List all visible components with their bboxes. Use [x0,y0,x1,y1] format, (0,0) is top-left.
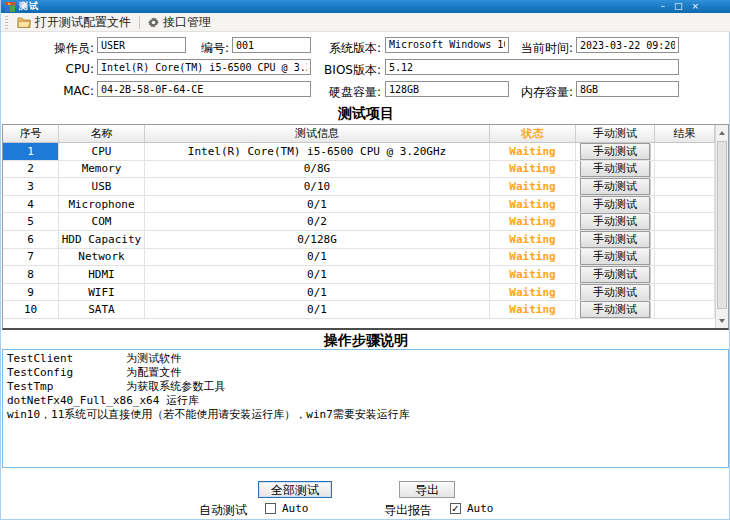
mac-label: MAC: [41,84,94,98]
cell-no: 9 [3,284,59,302]
toolbar: 打开测试配置文件 接口管理 [1,13,730,32]
ram-label: 内存容量: [513,84,573,101]
bios-input[interactable] [385,59,679,75]
table-row[interactable]: 6HDD Capacity0/128GWaiting手动测试 [3,231,728,249]
cell-info: 0/2 [145,213,490,231]
table-header: 序号 名称 测试信息 状态 手动测试 结果 [3,125,728,143]
cell-no: 2 [3,161,59,179]
manual-test-button[interactable]: 手动测试 [580,213,650,230]
minimize-button[interactable]: – [660,1,665,12]
cell-name: HDMI [59,266,145,284]
manual-test-button[interactable]: 手动测试 [580,284,650,301]
cell-manual: 手动测试 [576,196,655,214]
manual-test-button[interactable]: 手动测试 [580,249,650,266]
col-header-no[interactable]: 序号 [3,125,59,142]
cell-manual: 手动测试 [576,284,655,302]
cell-manual: 手动测试 [576,301,655,319]
manual-test-button[interactable]: 手动测试 [580,161,650,178]
cell-info: 0/8G [145,161,490,179]
open-folder-icon [17,17,31,28]
auto-test-label: 自动测试 [199,502,247,519]
cell-result [655,249,715,267]
time-input[interactable] [576,37,679,53]
titlebar: 测试 – □ × [1,0,730,13]
cell-info: 0/1 [145,301,490,319]
cell-name: HDD Capacity [59,231,145,249]
cell-result [655,284,715,302]
scroll-up-icon[interactable] [716,125,728,140]
cell-name: COM [59,213,145,231]
operator-label: 操作员: [41,40,94,57]
table-row[interactable]: 2Memory0/8GWaiting手动测试 [3,161,728,179]
table-row[interactable]: 8HDMI0/1Waiting手动测试 [3,266,728,284]
number-input[interactable] [232,37,311,53]
manual-test-button[interactable]: 手动测试 [580,178,650,195]
table-vertical-scrollbar[interactable] [715,125,728,328]
scroll-down-icon[interactable] [716,313,728,328]
cell-result [655,301,715,319]
cell-result [655,213,715,231]
cell-result [655,161,715,179]
manual-test-button[interactable]: 手动测试 [580,266,650,283]
table-row[interactable]: 3USB0/10Waiting手动测试 [3,178,728,196]
table-row[interactable]: 1CPUIntel(R) Core(TM) i5-6500 CPU @ 3.20… [3,143,728,161]
open-config-button[interactable]: 打开测试配置文件 [12,13,136,32]
col-header-status[interactable]: 状态 [490,125,576,142]
time-label: 当前时间: [513,40,573,57]
cpu-label: CPU: [41,62,94,76]
manual-test-button[interactable]: 手动测试 [580,196,650,213]
operator-input[interactable] [97,37,186,53]
table-row[interactable]: 5COM0/2Waiting手动测试 [3,213,728,231]
interface-mgmt-button[interactable]: 接口管理 [143,13,216,32]
col-header-name[interactable]: 名称 [59,125,145,142]
cell-info: 0/1 [145,196,490,214]
col-header-info[interactable]: 测试信息 [145,125,490,142]
cell-no: 1 [3,143,59,161]
col-header-result[interactable]: 结果 [655,125,715,142]
cell-result [655,196,715,214]
hdd-input[interactable] [385,81,509,97]
mac-input[interactable] [97,81,311,97]
cell-manual: 手动测试 [576,266,655,284]
cell-manual: 手动测试 [576,231,655,249]
cell-result [655,266,715,284]
steps-text[interactable]: TestClient 为测试软件 TestConfig 为配置文件 TestTm… [3,350,728,424]
table-row[interactable]: 9WIFI0/1Waiting手动测试 [3,284,728,302]
manual-test-button[interactable]: 手动测试 [580,301,650,318]
maximize-button[interactable]: □ [674,1,683,12]
cell-status: Waiting [490,178,576,196]
scrollbar-thumb[interactable] [717,141,727,309]
manual-test-button[interactable]: 手动测试 [580,143,650,160]
table-row[interactable]: 10SATA0/1Waiting手动测试 [3,301,728,319]
cell-no: 5 [3,213,59,231]
manual-test-button[interactable]: 手动测试 [580,231,650,248]
export-button[interactable]: 导出 [399,481,455,498]
toolbar-separator [139,16,140,29]
col-header-manual[interactable]: 手动测试 [576,125,655,142]
cell-info: 0/1 [145,284,490,302]
auto-test-checkbox[interactable] [265,503,276,514]
cell-status: Waiting [490,231,576,249]
interface-mgmt-label: 接口管理 [163,14,211,31]
cell-no: 7 [3,249,59,267]
cell-status: Waiting [490,161,576,179]
cell-no: 8 [3,266,59,284]
test-all-button[interactable]: 全部测试 [258,481,332,498]
bios-label: BIOS版本: [321,62,381,79]
table-row[interactable]: 7Network0/1Waiting手动测试 [3,249,728,267]
toolbar-grip[interactable] [5,16,8,29]
close-button[interactable]: × [691,1,699,12]
cell-no: 10 [3,301,59,319]
auto-test-option-label: Auto [282,502,309,515]
cpu-input[interactable] [97,59,311,75]
cell-info: 0/1 [145,249,490,267]
export-report-checkbox[interactable]: ✓ [450,503,461,514]
cell-result [655,178,715,196]
cell-manual: 手动测试 [576,178,655,196]
cell-status: Waiting [490,213,576,231]
table-row[interactable]: 4Microphone0/1Waiting手动测试 [3,196,728,214]
os-input[interactable] [385,37,509,53]
export-report-label: 导出报告 [384,502,432,519]
ram-input[interactable] [576,81,679,97]
cell-status: Waiting [490,249,576,267]
